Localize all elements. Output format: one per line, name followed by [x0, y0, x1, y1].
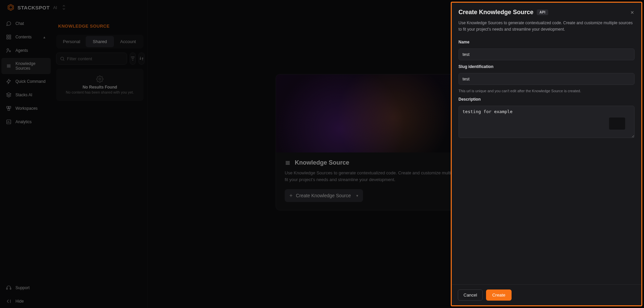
description-input[interactable]: [458, 106, 635, 138]
close-icon[interactable]: [630, 10, 635, 15]
create-button[interactable]: Create: [486, 289, 511, 301]
resize-handle[interactable]: [609, 117, 625, 130]
slug-label: Slug identification: [458, 64, 635, 69]
slug-help: This url is unique and you can't edit af…: [458, 89, 635, 93]
cancel-button[interactable]: Cancel: [458, 289, 483, 301]
name-label: Name: [458, 40, 635, 44]
name-input[interactable]: [458, 48, 635, 60]
api-badge: API: [537, 9, 548, 15]
description-label: Description: [458, 97, 635, 102]
panel-subtitle: Use Knowledge Sources to generate contex…: [458, 20, 635, 32]
slug-input[interactable]: [458, 73, 635, 85]
create-panel: Create Knowledge Source API Use Knowledg…: [451, 2, 642, 306]
panel-title: Create Knowledge Source: [458, 9, 533, 16]
